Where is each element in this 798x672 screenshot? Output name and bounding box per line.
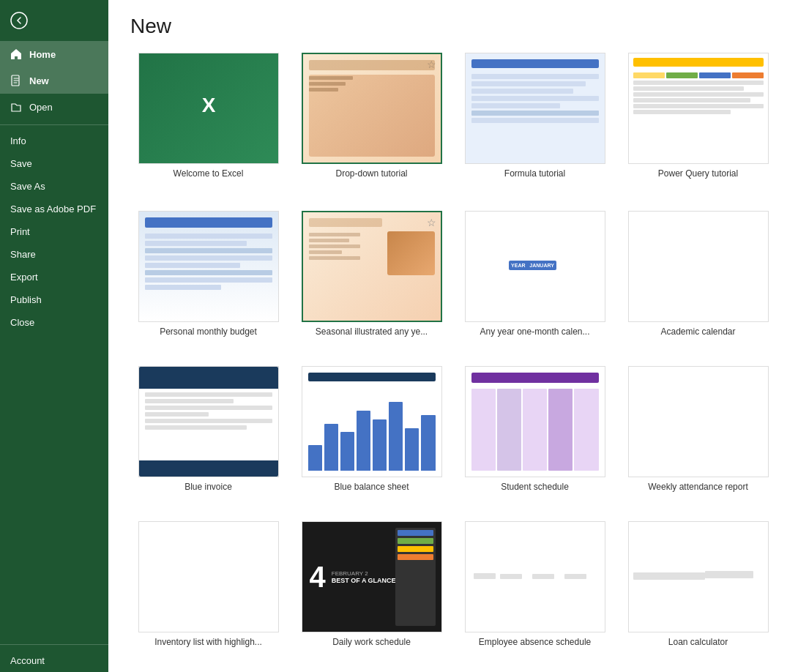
template-thumb-powerquery bbox=[628, 53, 769, 164]
template-label-anyyear: Any year one-month calen... bbox=[480, 326, 589, 337]
template-card-powerquery[interactable]: Power Query tutorial bbox=[620, 53, 776, 179]
sidebar-item-open-label: Open bbox=[29, 102, 53, 113]
template-thumb-daily: 4 FEBRUARY 2 BEST OF A GLANCE bbox=[302, 521, 442, 632]
template-thumb-balance bbox=[302, 366, 442, 477]
template-card-budget[interactable]: Personal monthly budget bbox=[130, 211, 286, 337]
back-arrow-icon bbox=[10, 12, 28, 29]
template-card-dropdown[interactable]: ☆ Drop-down tutorial bbox=[294, 53, 450, 179]
sidebar-menu-saveas[interactable]: Save As bbox=[0, 175, 108, 198]
template-row-1: Personal monthly budget ☆ Seasonal illus… bbox=[130, 211, 776, 351]
template-card-employee[interactable]: Employee absence schedule bbox=[457, 521, 613, 647]
sidebar-menu-info[interactable]: Info bbox=[0, 130, 108, 152]
template-card-daily[interactable]: 4 FEBRUARY 2 BEST OF A GLANCE Daily work… bbox=[294, 521, 450, 647]
template-label-weekly: Weekly attendance report bbox=[648, 482, 748, 492]
open-icon bbox=[10, 101, 22, 113]
template-label-formula: Formula tutorial bbox=[504, 168, 565, 179]
sidebar-menu-account[interactable]: Account bbox=[0, 649, 108, 672]
template-thumb-weekly bbox=[628, 366, 769, 477]
template-label-student: Student schedule bbox=[501, 482, 569, 492]
template-thumb-academic bbox=[628, 211, 769, 322]
template-row-3: Inventory list with highligh... 4 FEBRUA… bbox=[130, 521, 776, 662]
sidebar-item-new[interactable]: New bbox=[0, 67, 108, 94]
page-title: New bbox=[130, 15, 776, 38]
template-card-invoice[interactable]: Blue invoice bbox=[130, 366, 286, 492]
template-card-academic[interactable]: Academic calendar bbox=[620, 211, 776, 337]
template-card-seasonal[interactable]: ☆ Seasonal illustrated any ye... bbox=[294, 211, 450, 337]
new-icon bbox=[10, 75, 22, 86]
sidebar-menu-close[interactable]: Close bbox=[0, 311, 108, 334]
template-label-inventory: Inventory list with highligh... bbox=[154, 637, 262, 647]
sidebar: Home New Open Info Save Save As Save as … bbox=[0, 0, 108, 672]
home-icon bbox=[10, 48, 22, 60]
sidebar-menu-share[interactable]: Share bbox=[0, 243, 108, 266]
template-label-loan: Loan calculator bbox=[668, 637, 728, 647]
template-thumb-welcome: X bbox=[138, 53, 279, 164]
template-card-balance[interactable]: Blue balance sheet bbox=[294, 366, 450, 492]
featured-row: X Welcome to Excel ☆ Drop-down tutorial bbox=[130, 53, 776, 193]
star2-icon[interactable]: ☆ bbox=[427, 217, 436, 228]
sidebar-item-open[interactable]: Open bbox=[0, 94, 108, 120]
back-button[interactable] bbox=[0, 0, 108, 41]
template-thumb-anyyear: YEAR JANUARY bbox=[465, 211, 605, 322]
svg-point-0 bbox=[11, 12, 27, 29]
template-thumb-student bbox=[465, 366, 605, 477]
template-card-formula[interactable]: Formula tutorial bbox=[457, 53, 613, 179]
template-card-welcome[interactable]: X Welcome to Excel bbox=[130, 53, 286, 179]
template-thumb-formula bbox=[465, 53, 605, 164]
welcome-excel-icon: X bbox=[179, 86, 238, 130]
sidebar-menu-print[interactable]: Print bbox=[0, 220, 108, 243]
template-label-dropdown: Drop-down tutorial bbox=[335, 168, 407, 179]
template-thumb-budget bbox=[138, 211, 279, 322]
template-card-inventory[interactable]: Inventory list with highligh... bbox=[130, 521, 286, 647]
template-thumb-invoice bbox=[138, 366, 279, 477]
template-label-employee: Employee absence schedule bbox=[479, 637, 591, 647]
template-card-weekly[interactable]: Weekly attendance report bbox=[620, 366, 776, 492]
template-label-balance: Blue balance sheet bbox=[334, 482, 409, 492]
sidebar-menu-save[interactable]: Save bbox=[0, 152, 108, 175]
sidebar-item-home-label: Home bbox=[29, 49, 56, 60]
sidebar-menu-savepdf[interactable]: Save as Adobe PDF bbox=[0, 198, 108, 220]
template-label-budget: Personal monthly budget bbox=[160, 326, 257, 337]
template-label-daily: Daily work schedule bbox=[332, 637, 411, 647]
sidebar-menu-export[interactable]: Export bbox=[0, 266, 108, 288]
template-label-invoice: Blue invoice bbox=[184, 482, 232, 492]
template-thumb-dropdown: ☆ bbox=[302, 53, 442, 164]
template-thumb-inventory bbox=[138, 521, 279, 632]
template-thumb-employee bbox=[465, 521, 605, 632]
sidebar-item-home[interactable]: Home bbox=[0, 41, 108, 67]
template-label-seasonal: Seasonal illustrated any ye... bbox=[316, 326, 428, 337]
template-thumb-loan bbox=[628, 521, 769, 632]
template-label-welcome: Welcome to Excel bbox=[174, 168, 244, 179]
template-card-anyyear[interactable]: YEAR JANUARY Any year one-month calen... bbox=[457, 211, 613, 337]
template-card-loan[interactable]: Loan calculator bbox=[620, 521, 776, 647]
template-label-academic: Academic calendar bbox=[660, 326, 735, 337]
sidebar-item-new-label: New bbox=[29, 75, 49, 86]
svg-text:X: X bbox=[201, 94, 215, 116]
template-card-student[interactable]: Student schedule bbox=[457, 366, 613, 492]
template-label-powerquery: Power Query tutorial bbox=[658, 168, 738, 179]
template-row-2: Blue invoice Blue balance sheet bbox=[130, 366, 776, 507]
main-content: New X Welcome to Excel ☆ bbox=[108, 0, 798, 672]
template-thumb-seasonal: ☆ bbox=[302, 211, 442, 322]
sidebar-menu-publish[interactable]: Publish bbox=[0, 288, 108, 311]
